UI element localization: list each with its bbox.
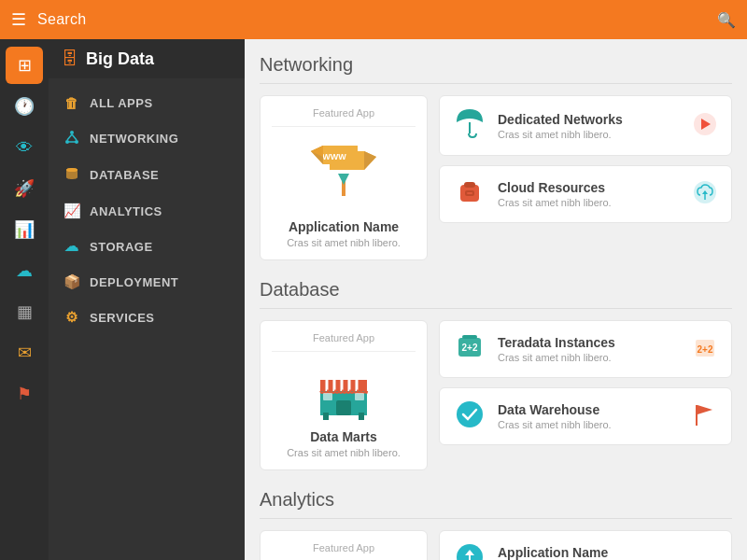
nav-brand: 🗄 Big Data <box>49 39 245 78</box>
checkmark-circle-icon <box>453 398 486 431</box>
svg-point-0 <box>70 131 74 134</box>
cloud-resources-icon <box>453 175 486 213</box>
www-sign-svg: WWW <box>306 138 381 199</box>
section-row-database: Featured App <box>260 320 732 470</box>
app-item-cloud-resources[interactable]: Cloud Resources Cras sit amet nibh liber… <box>439 165 732 223</box>
svg-rect-36 <box>323 413 329 420</box>
section-row-analytics: Featured App 📊 Application Name Cras sit… <box>260 530 732 560</box>
section-database: Database Featured App <box>260 279 732 470</box>
sidebar-icon-clock[interactable]: 🕐 <box>6 88 43 125</box>
featured-icon-networking: WWW <box>306 138 381 210</box>
svg-point-7 <box>66 168 78 172</box>
networking-svg-icon <box>64 130 79 145</box>
sidebar-icon-chart[interactable]: 📊 <box>6 211 43 248</box>
app-item-analytics-1[interactable]: Application Name Cras sit amet nibh libe… <box>439 530 732 560</box>
search-icon[interactable]: 🔍 <box>717 11 736 29</box>
section-title-database: Database <box>260 279 732 309</box>
clock-icon: 🕐 <box>14 96 35 117</box>
app-item-data-warehouse[interactable]: Data Warehouse Cras sit amet nibh libero… <box>439 387 732 445</box>
sidebar-icon-grid[interactable]: ⊞ <box>6 47 43 84</box>
cloud-resources-arrow <box>692 179 718 209</box>
nav-item-networking[interactable]: NETWORKING <box>49 120 245 157</box>
dedicated-networks-arrow <box>692 111 718 141</box>
arrow-right-icon-dn <box>692 111 718 137</box>
teradata-icon: 2+2 <box>453 330 486 368</box>
featured-label-networking: Featured App <box>272 107 416 127</box>
svg-rect-22 <box>467 192 472 194</box>
sidebar-icon-envelope[interactable]: ✉ <box>6 334 43 371</box>
analytics-1-icon <box>453 540 486 560</box>
section-title-networking: Networking <box>260 54 732 84</box>
nav-item-deployment[interactable]: 📦 DEPLOYMENT <box>49 264 245 300</box>
data-warehouse-name: Data Warehouse <box>498 402 681 417</box>
search-label[interactable]: Search <box>37 11 706 28</box>
nav-item-analytics[interactable]: 📈 ANALYTICS <box>49 193 245 229</box>
data-warehouse-desc: Cras sit amet nibh libero. <box>498 419 681 430</box>
teradata-desc: Cras sit amet nibh libero. <box>498 352 681 363</box>
sidebar-icon-rocket[interactable]: 🚀 <box>6 170 43 207</box>
svg-rect-39 <box>462 335 477 339</box>
nav-sidebar: 🗄 Big Data 🗑 ALL APPS <box>49 39 245 560</box>
svg-rect-34 <box>323 393 332 400</box>
svg-text:WWW: WWW <box>322 152 346 161</box>
dedicated-networks-icon <box>453 105 486 146</box>
svg-point-43 <box>457 401 483 427</box>
menu-icon[interactable]: ☰ <box>11 9 26 30</box>
nav-item-all-apps[interactable]: 🗑 ALL APPS <box>49 86 245 120</box>
app-list-database: 2+2 Teradata Instances Cras sit amet nib… <box>439 320 732 470</box>
svg-line-3 <box>67 134 72 140</box>
nav-item-services[interactable]: ⚙ SERVICES <box>49 300 245 335</box>
featured-card-networking[interactable]: Featured App W <box>260 95 428 260</box>
data-warehouse-icon <box>453 398 486 435</box>
app-item-teradata[interactable]: 2+2 Teradata Instances Cras sit amet nib… <box>439 320 732 378</box>
sidebar-icon-cloud[interactable]: ☁ <box>6 252 43 289</box>
teradata-name: Teradata Instances <box>498 335 681 350</box>
eye-icon: 👁 <box>16 138 33 158</box>
upload-cloud-icon <box>692 179 718 205</box>
section-row-networking: Featured App W <box>260 95 732 260</box>
dedicated-networks-info: Dedicated Networks Cras sit amet nibh li… <box>498 112 681 140</box>
featured-card-analytics[interactable]: Featured App 📊 Application Name Cras sit… <box>260 530 428 560</box>
sidebar-icon-flag[interactable]: ⚑ <box>6 375 43 413</box>
svg-text:2+2: 2+2 <box>698 344 713 355</box>
umbrella-icon <box>453 105 486 139</box>
all-apps-icon: 🗑 <box>63 95 80 111</box>
cloud-icon: ☁ <box>16 260 33 281</box>
section-title-analytics: Analytics <box>260 489 732 519</box>
section-networking: Networking Featured App <box>260 54 732 260</box>
cloud-resources-info: Cloud Resources Cras sit amet nibh liber… <box>498 180 681 208</box>
nav-label-networking: NETWORKING <box>90 132 178 146</box>
database-icon <box>63 166 80 184</box>
featured-card-database[interactable]: Featured App <box>260 320 428 470</box>
sidebar-icon-apps[interactable]: ▦ <box>6 293 43 330</box>
svg-rect-33 <box>336 400 351 415</box>
storage-icon: ☁ <box>63 238 80 255</box>
nav-items: 🗑 ALL APPS NETWORKING <box>49 78 245 343</box>
analytics-1-info: Application Name Cras sit amet nibh libe… <box>498 545 718 560</box>
chart-icon: 📊 <box>14 219 35 240</box>
content-area: Networking Featured App <box>245 39 747 560</box>
app-list-analytics: Application Name Cras sit amet nibh libe… <box>439 530 732 560</box>
nav-item-database[interactable]: DATABASE <box>49 157 245 193</box>
grid-icon: ⊞ <box>18 55 32 76</box>
svg-rect-20 <box>464 182 475 188</box>
nav-item-storage[interactable]: ☁ STORAGE <box>49 229 245 264</box>
data-warehouse-right-icon <box>692 401 718 431</box>
app-item-dedicated-networks[interactable]: Dedicated Networks Cras sit amet nibh li… <box>439 95 732 156</box>
sidebar-icon-eye[interactable]: 👁 <box>6 129 43 166</box>
top-header: ☰ Search 🔍 <box>0 0 747 39</box>
store-svg <box>306 359 381 420</box>
app-list-networking: Dedicated Networks Cras sit amet nibh li… <box>439 95 732 260</box>
featured-label-analytics: Featured App <box>272 542 416 560</box>
apps-icon: ▦ <box>17 301 33 322</box>
services-icon: ⚙ <box>63 309 80 326</box>
flag-icon-dw <box>692 401 718 427</box>
svg-rect-37 <box>359 413 364 420</box>
upload-icon-a1 <box>453 540 486 560</box>
teradata-info: Teradata Instances Cras sit amet nibh li… <box>498 335 681 363</box>
featured-name-networking: Application Name <box>289 219 399 234</box>
svg-text:2+2: 2+2 <box>462 343 478 353</box>
svg-marker-12 <box>364 151 376 170</box>
teradata-right-icon: 2+2 <box>692 334 718 364</box>
analytics-icon: 📈 <box>63 203 80 219</box>
